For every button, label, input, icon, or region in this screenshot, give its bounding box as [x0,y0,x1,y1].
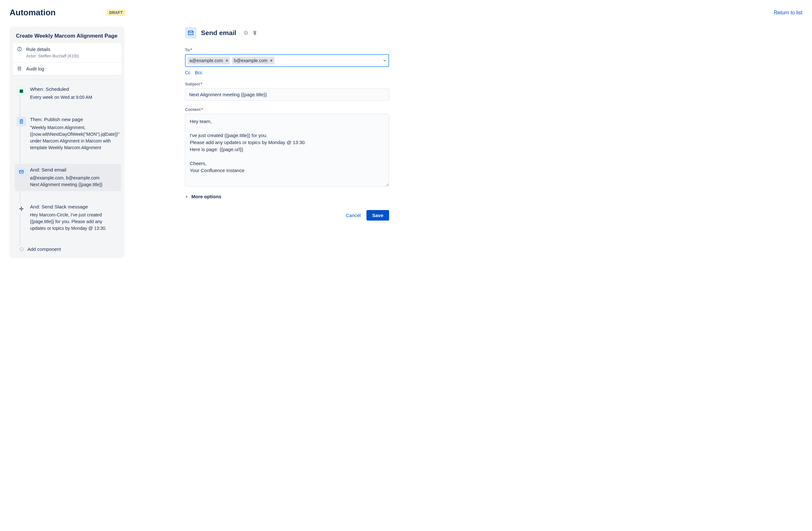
svg-point-2 [19,48,19,48]
divider [15,80,119,80]
step-desc: a@example.com, b@example.com Next Alignm… [30,175,115,188]
required-asterisk: * [190,47,192,52]
subject-input[interactable] [185,88,389,101]
meta-card: Rule details Actor: Steffen Burzlaff (K1… [13,43,121,75]
step-scheduled[interactable]: When: Scheduled Every week on Wed at 9:0… [15,83,121,104]
cancel-button[interactable]: Cancel [346,212,361,218]
copy-icon[interactable] [243,30,249,36]
to-tag: b@example.com × [232,57,274,64]
remove-tag-icon[interactable]: × [226,58,228,63]
chevron-right-icon [185,195,188,198]
content-textarea[interactable] [185,114,389,187]
main-panel: Send email To* a@example.com × [185,27,389,221]
svg-rect-15 [21,207,22,208]
save-button[interactable]: Save [366,210,389,221]
rule-details-actor: Actor: Steffen Burzlaff (K15t) [26,53,79,59]
tag-text: b@example.com [234,58,267,63]
topbar-left: Automation DRAFT [10,8,125,17]
step-title: Then: Publish new page [30,117,120,122]
tag-text: a@example.com [189,58,223,63]
page-title: Automation [10,8,56,17]
page-icon [17,117,26,126]
svg-rect-17 [19,208,21,209]
required-asterisk: * [201,82,202,86]
more-options-label: More options [191,194,221,199]
to-label: To* [185,47,389,52]
svg-rect-8 [20,89,21,90]
add-component[interactable]: Add component [15,245,121,252]
content-label: Content* [185,107,389,112]
step-desc: Hey Marcom-Circle, I've just created {{p… [30,212,115,232]
svg-rect-23 [254,31,256,31]
topbar: Automation DRAFT Return to list [10,8,802,17]
info-icon [17,46,22,52]
panel-title: Send email [201,29,236,36]
bcc-link[interactable]: Bcc [195,70,202,75]
step-publish-page[interactable]: Then: Publish new page "Weekly Marcom Al… [15,114,121,154]
add-dot-icon [20,247,24,251]
content-label-text: Content [185,107,201,112]
remove-tag-icon[interactable]: × [270,58,273,63]
step-slack-message[interactable]: And: Send Slack message Hey Marcom-Circl… [15,201,121,235]
header-actions [243,30,258,36]
step-title: And: Send Slack message [30,204,115,210]
audit-log-label: Audit log [26,66,44,72]
subject-label: Subject* [185,82,389,86]
required-asterisk: * [201,107,203,112]
step-title: When: Scheduled [30,86,115,92]
mail-icon [185,27,197,39]
clipboard-icon [17,66,22,71]
to-tag: a@example.com × [188,57,230,64]
rule-details-title: Rule details [26,46,79,53]
svg-rect-16 [21,209,22,211]
subject-label-text: Subject [185,82,200,86]
draft-badge: DRAFT [106,10,125,16]
rule-name: Create Weekly Marcom Alignment Page [13,32,121,43]
slack-icon [17,204,26,213]
flow: When: Scheduled Every week on Wed at 9:0… [13,83,121,252]
step-desc: Every week on Wed at 9:00 AM [30,94,115,101]
cc-link[interactable]: Cc [185,70,190,75]
to-field[interactable]: a@example.com × b@example.com × [185,54,389,67]
svg-rect-18 [22,208,24,209]
step-send-email[interactable]: And: Send email a@example.com, b@example… [15,164,121,191]
add-component-label: Add component [27,246,61,252]
step-title: And: Send email [30,167,115,173]
more-options-toggle[interactable]: More options [185,194,389,199]
mail-icon [17,167,26,177]
svg-rect-7 [20,90,23,90]
step-desc: "Weekly Marcom Alignment, {{now.withNext… [30,124,120,151]
layout: Create Weekly Marcom Alignment Page Rule… [10,27,802,258]
calendar-icon [17,86,26,96]
main-header: Send email [185,27,389,39]
return-to-list-link[interactable]: Return to list [774,10,802,16]
trash-icon[interactable] [252,30,258,36]
to-input[interactable] [276,57,381,64]
audit-log-row[interactable]: Audit log [13,62,121,75]
rule-details-row[interactable]: Rule details Actor: Steffen Burzlaff (K1… [13,43,121,62]
svg-rect-20 [245,32,247,34]
svg-rect-21 [244,31,247,34]
actions-row: Cancel Save [185,210,389,221]
to-label-text: To [185,47,190,52]
chevron-down-icon[interactable] [383,59,387,62]
sidebar: Create Weekly Marcom Alignment Page Rule… [10,27,125,258]
